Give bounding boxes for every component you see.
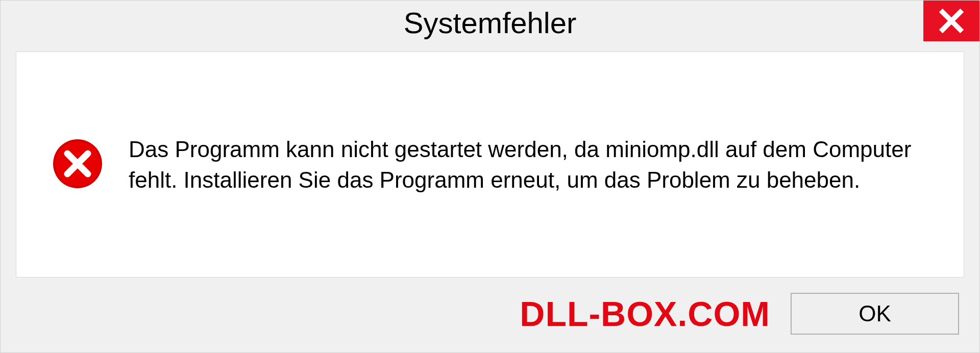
dialog-footer: DLL-BOX.COM OK — [1, 278, 979, 352]
error-dialog: Systemfehler Das Programm kann nicht ges… — [0, 0, 980, 353]
watermark-text: DLL-BOX.COM — [520, 294, 770, 334]
error-icon-wrap — [52, 138, 103, 191]
ok-button[interactable]: OK — [791, 293, 959, 335]
error-message: Das Programm kann nicht gestartet werden… — [129, 134, 928, 195]
ok-button-label: OK — [859, 301, 891, 326]
titlebar: Systemfehler — [1, 1, 979, 46]
dialog-title: Systemfehler — [404, 6, 576, 40]
close-button[interactable] — [923, 1, 979, 41]
close-icon — [938, 8, 965, 34]
error-circle-icon — [52, 138, 103, 189]
content-area: Das Programm kann nicht gestartet werden… — [16, 52, 964, 278]
